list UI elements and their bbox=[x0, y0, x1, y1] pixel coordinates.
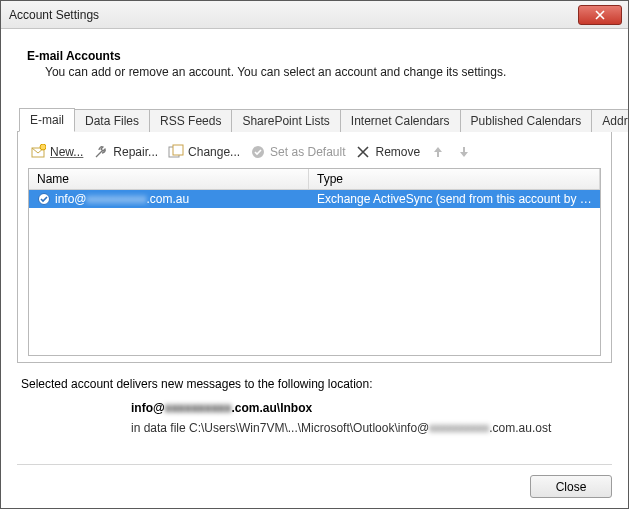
move-up-button bbox=[430, 144, 446, 160]
arrow-up-icon bbox=[430, 144, 446, 160]
list-header: Name Type bbox=[29, 169, 600, 190]
delivery-path-prefix: in data file C:\Users\Win7VM\...\Microso… bbox=[131, 421, 429, 435]
tab-rss-feeds[interactable]: RSS Feeds bbox=[149, 109, 232, 132]
svg-rect-3 bbox=[173, 145, 183, 155]
set-default-label: Set as Default bbox=[270, 145, 345, 159]
delivery-location-suffix: .com.au\Inbox bbox=[231, 401, 312, 415]
tab-sharepoint-lists[interactable]: SharePoint Lists bbox=[231, 109, 340, 132]
row-name-redacted: xxxxxxxxxx bbox=[87, 192, 147, 206]
toolbar: New... Repair... Change... Set as Defaul… bbox=[28, 142, 601, 168]
delivery-path-redacted: xxxxxxxxxx bbox=[429, 421, 489, 435]
close-icon bbox=[595, 10, 605, 20]
repair-label: Repair... bbox=[113, 145, 158, 159]
default-account-icon bbox=[37, 192, 51, 206]
column-name[interactable]: Name bbox=[29, 169, 309, 189]
svg-point-1 bbox=[40, 144, 46, 150]
tab-internet-calendars[interactable]: Internet Calendars bbox=[340, 109, 461, 132]
remove-label: Remove bbox=[375, 145, 420, 159]
close-button[interactable]: Close bbox=[530, 475, 612, 498]
arrow-down-icon bbox=[456, 144, 472, 160]
tab-address-books[interactable]: Address Books bbox=[591, 109, 629, 132]
section-heading: E-mail Accounts bbox=[27, 49, 612, 63]
delivery-location-prefix: info@ bbox=[131, 401, 165, 415]
delivery-path-suffix: .com.au.ost bbox=[489, 421, 551, 435]
new-label: New... bbox=[50, 145, 83, 159]
delivery-info: Selected account delivers new messages t… bbox=[21, 377, 612, 435]
change-label: Change... bbox=[188, 145, 240, 159]
change-button[interactable]: Change... bbox=[168, 144, 240, 160]
window-close-button[interactable] bbox=[578, 5, 622, 25]
accounts-list[interactable]: Name Type info@xxxxxxxxxx.com.au Exchang… bbox=[28, 168, 601, 356]
change-icon bbox=[168, 144, 184, 160]
move-down-button bbox=[456, 144, 472, 160]
row-name-prefix: info@ bbox=[55, 192, 87, 206]
remove-icon bbox=[355, 144, 371, 160]
repair-button[interactable]: Repair... bbox=[93, 144, 158, 160]
tab-published-calendars[interactable]: Published Calendars bbox=[460, 109, 593, 132]
set-default-button: Set as Default bbox=[250, 144, 345, 160]
delivery-intro: Selected account delivers new messages t… bbox=[21, 377, 612, 391]
tab-strip: E-mail Data Files RSS Feeds SharePoint L… bbox=[17, 107, 612, 132]
new-button[interactable]: New... bbox=[30, 144, 83, 160]
titlebar: Account Settings bbox=[1, 1, 628, 29]
section-subtitle: You can add or remove an account. You ca… bbox=[45, 65, 612, 79]
dialog-footer: Close bbox=[17, 464, 612, 498]
column-type[interactable]: Type bbox=[309, 169, 600, 189]
delivery-location-redacted: xxxxxxxxxx bbox=[165, 401, 232, 415]
window-title: Account Settings bbox=[9, 8, 578, 22]
row-type: Exchange ActiveSync (send from this acco… bbox=[309, 192, 600, 206]
list-row[interactable]: info@xxxxxxxxxx.com.au Exchange ActiveSy… bbox=[29, 190, 600, 208]
check-circle-icon bbox=[250, 144, 266, 160]
remove-button[interactable]: Remove bbox=[355, 144, 420, 160]
repair-icon bbox=[93, 144, 109, 160]
tab-email[interactable]: E-mail bbox=[19, 108, 75, 132]
tab-data-files[interactable]: Data Files bbox=[74, 109, 150, 132]
new-icon bbox=[30, 144, 46, 160]
tab-panel-email: New... Repair... Change... Set as Defaul… bbox=[17, 132, 612, 363]
row-name-suffix: .com.au bbox=[147, 192, 190, 206]
